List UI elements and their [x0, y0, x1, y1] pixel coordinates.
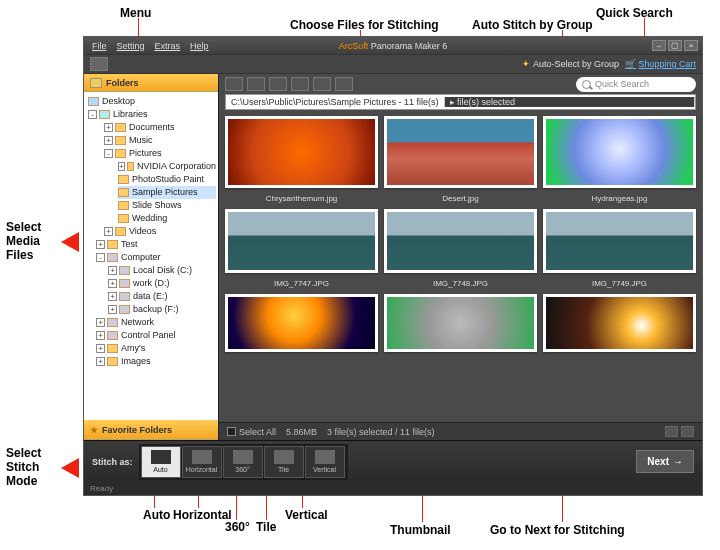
footer-status: Ready: [84, 482, 702, 495]
anno-menu: Menu: [120, 6, 151, 20]
tree-libraries[interactable]: Libraries: [113, 108, 148, 121]
auto-select-label: Auto-Select by Group: [533, 59, 619, 69]
path-seg-1[interactable]: C:\Users\Public\Pictures\Sample Pictures…: [226, 97, 445, 107]
mode-horizontal[interactable]: Horizontal: [182, 446, 222, 478]
shopping-cart-link[interactable]: 🛒 Shopping Cart: [625, 59, 696, 69]
tree-videos[interactable]: Videos: [129, 225, 156, 238]
arrow-stitch: [61, 458, 79, 478]
next-button[interactable]: Next→: [636, 450, 694, 473]
anno-choose: Choose Files for Stitching: [290, 18, 439, 32]
thumb-item[interactable]: Chrysanthemum.jpg: [225, 116, 378, 205]
thumb-caption: IMG_7747.JPG: [274, 279, 329, 290]
view-list-icon[interactable]: [681, 426, 694, 437]
tree-psp[interactable]: PhotoStudio Paint: [132, 173, 204, 186]
thumb-caption: Hydrangeas.jpg: [591, 194, 647, 205]
thumb-image: [543, 116, 696, 188]
tree-localc[interactable]: Local Disk (C:): [133, 264, 192, 277]
tree-pictures[interactable]: Pictures: [129, 147, 162, 160]
anno-quicksearch: Quick Search: [596, 6, 673, 20]
toolbar-icon-4[interactable]: [291, 77, 309, 91]
thumb-image: [384, 116, 537, 188]
tree-backupf[interactable]: backup (F:): [133, 303, 179, 316]
anno-vert: Vertical: [285, 508, 328, 522]
tree-sample[interactable]: Sample Pictures: [132, 186, 198, 199]
thumb-image: [384, 209, 537, 273]
anno-gonext: Go to Next for Stitching: [490, 523, 625, 537]
thumb-image: [543, 209, 696, 273]
folders-header[interactable]: Folders: [84, 74, 218, 92]
mode-360[interactable]: 360°: [223, 446, 263, 478]
thumb-item[interactable]: IMG_7748.JPG: [384, 209, 537, 290]
menu-help[interactable]: Help: [190, 41, 209, 51]
tree-documents[interactable]: Documents: [129, 121, 175, 134]
tree-slides[interactable]: Slide Shows: [132, 199, 182, 212]
menubar: File Setting Extras Help: [84, 41, 217, 51]
thumb-caption: Chrysanthemum.jpg: [266, 194, 338, 205]
tree-music[interactable]: Music: [129, 134, 153, 147]
folder-tree[interactable]: Desktop -Libraries +Documents +Music -Pi…: [84, 92, 218, 420]
toolbar-icon-5[interactable]: [313, 77, 331, 91]
breadcrumb[interactable]: C:\Users\Public\Pictures\Sample Pictures…: [225, 94, 696, 110]
tree-datae[interactable]: data (E:): [133, 290, 168, 303]
folder-icon: [90, 78, 102, 88]
tree-amys[interactable]: Amy's: [121, 342, 145, 355]
menu-setting[interactable]: Setting: [117, 41, 145, 51]
main-pane: Quick Search C:\Users\Public\Pictures\Sa…: [219, 74, 702, 440]
mode-tile[interactable]: Tile: [264, 446, 304, 478]
anno-auto: Auto: [143, 508, 170, 522]
mode-auto[interactable]: Auto: [141, 446, 181, 478]
tree-network[interactable]: Network: [121, 316, 154, 329]
thumbnail-grid: Chrysanthemum.jpg Desert.jpg Hydrangeas.…: [219, 110, 702, 422]
tree-desktop[interactable]: Desktop: [88, 95, 216, 108]
search-placeholder: Quick Search: [595, 79, 649, 89]
thumb-item[interactable]: [384, 294, 537, 369]
menu-extras[interactable]: Extras: [155, 41, 181, 51]
menu-file[interactable]: File: [92, 41, 107, 51]
minimize-button[interactable]: –: [652, 40, 666, 51]
thumb-item[interactable]: IMG_7749.JPG: [543, 209, 696, 290]
stitch-bar: Stitch as: Auto Horizontal 360° Tile Ver…: [84, 440, 702, 482]
toolbar-icon-1[interactable]: [225, 77, 243, 91]
thumb-item[interactable]: Hydrangeas.jpg: [543, 116, 696, 205]
auto-select-checkbox[interactable]: ✦ Auto-Select by Group: [522, 59, 619, 69]
thumb-item[interactable]: [225, 294, 378, 369]
thumb-caption: Desert.jpg: [442, 194, 478, 205]
anno-select-media: Select Media Files: [6, 220, 41, 262]
app-title: ArcSoft Panorama Maker 6: [339, 41, 448, 51]
tree-cpanel[interactable]: Control Panel: [121, 329, 176, 342]
maximize-button[interactable]: ▢: [668, 40, 682, 51]
mode-vertical[interactable]: Vertical: [305, 446, 345, 478]
status-count: 3 file(s) selected / 11 file(s): [327, 427, 435, 437]
view-grid-icon[interactable]: [665, 426, 678, 437]
tree-computer[interactable]: Computer: [121, 251, 161, 264]
stitch-label: Stitch as:: [92, 457, 133, 467]
thumb-item[interactable]: [543, 294, 696, 369]
thumb-image: [225, 294, 378, 352]
toolbar-icon-6[interactable]: [335, 77, 353, 91]
thumb-item[interactable]: IMG_7747.JPG: [225, 209, 378, 290]
titlebar: File Setting Extras Help ArcSoft Panoram…: [84, 37, 702, 54]
tree-test[interactable]: Test: [121, 238, 138, 251]
tree-wedding[interactable]: Wedding: [132, 212, 167, 225]
line-menu: [138, 18, 139, 38]
thumb-item[interactable]: Desert.jpg: [384, 116, 537, 205]
close-button[interactable]: ×: [684, 40, 698, 51]
tree-workd[interactable]: work (D:): [133, 277, 170, 290]
tree-nvidia[interactable]: NVIDIA Corporation: [137, 160, 216, 173]
arrow-media: [61, 232, 79, 252]
anno-select-stitch: Select Stitch Mode: [6, 446, 41, 488]
anno-tile: Tile: [256, 520, 276, 534]
toolbar-icon-2[interactable]: [247, 77, 265, 91]
app-window: File Setting Extras Help ArcSoft Panoram…: [83, 36, 703, 496]
favorites-header[interactable]: ★ Favorite Folders: [84, 420, 218, 440]
stitch-modes: Auto Horizontal 360° Tile Vertical: [139, 444, 348, 480]
select-all-checkbox[interactable]: Select All: [227, 427, 276, 437]
thumb-image: [225, 209, 378, 273]
toolbar-icon-3[interactable]: [269, 77, 287, 91]
star-icon: ★: [90, 425, 98, 435]
thumb-caption: IMG_7749.JPG: [592, 279, 647, 290]
view-icon[interactable]: [90, 57, 108, 71]
cart-icon: 🛒: [625, 59, 636, 69]
search-input[interactable]: Quick Search: [576, 77, 696, 92]
tree-images[interactable]: Images: [121, 355, 151, 368]
